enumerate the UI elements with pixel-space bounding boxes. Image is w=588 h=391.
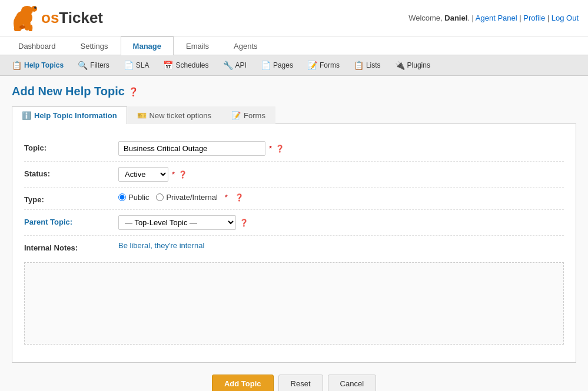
sub-tab-new-ticket-options[interactable]: 🎫 New ticket options [127,106,222,124]
lists-icon: 📋 [354,61,364,70]
logo-icon [9,5,39,31]
toolbar-plugins[interactable]: 🔌 Plugins [389,58,436,72]
page-title: Add New Help Topic ❓ [12,85,576,98]
type-radio-group: Public Private/Internal * ❓ [118,193,244,202]
parent-topic-control: — Top-Level Topic — ❓ [118,215,564,230]
toolbar-help-topics[interactable]: 📋 Help Topics [6,58,69,72]
primary-nav: Dashboard Settings Manage Emails Agents [0,36,588,55]
type-row: Type: Public Private/Internal * ❓ [24,188,564,210]
toolbar-lists[interactable]: 📋 Lists [348,58,387,72]
internal-notes-control: Be liberal, they're internal [118,241,564,250]
internal-notes-row: Internal Notes: Be liberal, they're inte… [24,236,564,258]
notes-editor-area[interactable] [24,262,564,345]
profile-link[interactable]: Profile [523,14,545,22]
type-public-radio[interactable] [118,193,126,201]
sub-tab-forms-label: Forms [244,111,265,120]
toolbar-schedules[interactable]: 📅 Schedules [157,58,214,72]
status-required: * [172,170,175,179]
toolbar-pages[interactable]: 📄 Pages [255,58,299,72]
toolbar-filters[interactable]: 🔍 Filters [72,58,115,72]
reset-button[interactable]: Reset [278,375,323,391]
toolbar-filters-label: Filters [90,61,109,69]
logo: osTicket [9,5,103,31]
help-topics-icon: 📋 [12,61,22,70]
page-title-text: Add New Help Topic [12,85,125,98]
ticket-icon: 🎫 [137,111,147,120]
topic-help-icon[interactable]: ❓ [275,145,284,153]
sub-tab-help-topic-info-label: Help Topic Information [34,111,117,120]
header-right: Welcome, Daniel. | Agent Panel | Profile… [408,14,579,22]
cancel-button[interactable]: Cancel [328,375,376,391]
form-footer: Add Topic Reset Cancel [12,375,576,391]
sub-tab-help-topic-info[interactable]: ℹ️ Help Topic Information [12,106,127,124]
main-content: Add New Help Topic ❓ ℹ️ Help Topic Infor… [0,76,588,391]
logout-link[interactable]: Log Out [552,14,579,22]
toolbar-api-label: API [235,61,247,69]
form-panel: Topic: * ❓ Status: Active Disabled Priva… [12,124,576,363]
toolbar-api[interactable]: 🔧 API [217,58,253,72]
type-private-text: Private/Internal [166,193,217,202]
status-row: Status: Active Disabled Private * ❓ [24,162,564,188]
type-help-icon[interactable]: ❓ [235,193,244,202]
add-topic-button[interactable]: Add Topic [212,375,274,391]
tab-emails[interactable]: Emails [174,36,221,55]
schedules-icon: 📅 [163,61,173,70]
toolbar-sla[interactable]: 📄 SLA [118,58,155,72]
logo-text: osTicket [41,9,103,27]
info-icon: ℹ️ [22,111,31,120]
topic-row: Topic: * ❓ [24,136,564,162]
forms-icon: 📝 [307,61,317,70]
header: osTicket Welcome, Daniel. | Agent Panel … [0,0,588,36]
status-control: Active Disabled Private * ❓ [118,167,564,182]
status-help-icon[interactable]: ❓ [178,171,187,179]
forms-sub-icon: 📝 [231,111,241,120]
parent-topic-label: Parent Topic: [24,215,118,226]
internal-notes-value: Be liberal, they're internal [118,241,204,250]
agent-panel-link[interactable]: Agent Panel [476,14,517,22]
parent-topic-row: Parent Topic: — Top-Level Topic — ❓ [24,210,564,236]
topic-required: * [269,144,272,153]
pages-icon: 📄 [261,61,271,70]
type-private-radio[interactable] [156,193,164,201]
sla-icon: 📄 [124,61,134,70]
tab-dashboard[interactable]: Dashboard [6,36,68,55]
type-control: Public Private/Internal * ❓ [118,193,564,202]
svg-point-2 [34,6,36,9]
topic-input[interactable] [118,141,265,156]
toolbar-lists-label: Lists [366,61,381,69]
status-label: Status: [24,167,118,178]
filters-icon: 🔍 [78,61,88,70]
type-label: Type: [24,193,118,204]
internal-notes-label: Internal Notes: [24,241,118,252]
tab-manage[interactable]: Manage [121,36,174,55]
api-icon: 🔧 [223,61,233,70]
svg-point-8 [19,25,25,29]
svg-point-1 [31,6,37,12]
toolbar-forms[interactable]: 📝 Forms [301,58,346,72]
toolbar-plugins-label: Plugins [407,61,430,69]
parent-topic-link[interactable]: Parent Topic: [24,218,72,226]
tab-agents[interactable]: Agents [221,36,270,55]
sub-tab-new-ticket-options-label: New ticket options [150,111,212,120]
topic-label: Topic: [24,141,118,152]
plugins-icon: 🔌 [395,61,405,70]
type-required: * [225,193,228,202]
toolbar-forms-label: Forms [320,61,340,69]
welcome-text: Welcome, [408,14,444,22]
type-public-label: Public [118,193,149,202]
type-private-label: Private/Internal [156,193,217,202]
status-select[interactable]: Active Disabled Private [118,167,168,182]
username: Daniel [444,14,467,22]
page-title-help-icon[interactable]: ❓ [128,87,138,96]
type-public-text: Public [128,193,149,202]
toolbar-help-topics-label: Help Topics [24,61,64,69]
toolbar-sla-label: SLA [136,61,150,69]
tab-settings[interactable]: Settings [68,36,121,55]
sub-tabs: ℹ️ Help Topic Information 🎫 New ticket o… [12,106,576,124]
parent-topic-select[interactable]: — Top-Level Topic — [118,215,236,230]
parent-topic-help-icon[interactable]: ❓ [240,219,248,227]
toolbar: 📋 Help Topics 🔍 Filters 📄 SLA 📅 Schedule… [0,55,588,76]
toolbar-schedules-label: Schedules [175,61,208,69]
toolbar-pages-label: Pages [273,61,293,69]
sub-tab-forms[interactable]: 📝 Forms [221,106,275,124]
